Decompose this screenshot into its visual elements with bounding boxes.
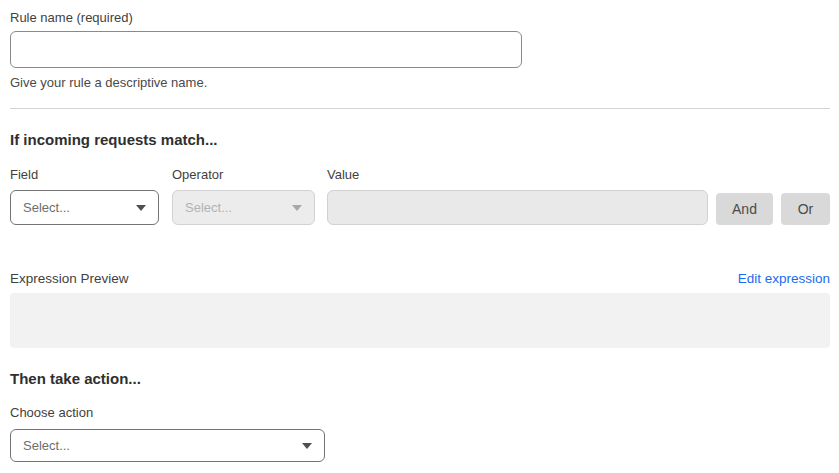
operator-label: Operator [172, 167, 315, 182]
rule-name-label: Rule name (required) [10, 10, 830, 25]
expression-preview-label: Expression Preview [10, 271, 129, 286]
action-section-heading: Then take action... [10, 370, 830, 388]
operator-select: Select... [172, 190, 315, 225]
field-label: Field [10, 167, 159, 182]
operator-select-value: Select... [185, 200, 232, 215]
expression-preview-header: Expression Preview Edit expression [10, 271, 830, 286]
rule-name-help-text: Give your rule a descriptive name. [10, 75, 830, 90]
rule-name-input[interactable] [10, 31, 522, 68]
field-select-value: Select... [23, 200, 70, 215]
section-divider [10, 108, 830, 109]
or-button[interactable]: Or [781, 193, 830, 225]
value-input [327, 190, 708, 225]
expression-builder-row: Field Select... Operator Select... Value… [10, 167, 830, 225]
rule-form: Rule name (required) Give your rule a de… [0, 0, 839, 462]
field-select[interactable]: Select... [10, 190, 159, 225]
expression-preview-box [10, 293, 830, 348]
choose-action-label: Choose action [10, 405, 830, 420]
chevron-down-icon [302, 443, 312, 449]
value-label: Value [327, 167, 708, 182]
chevron-down-icon [292, 205, 302, 211]
and-button[interactable]: And [716, 193, 773, 225]
match-section-heading: If incoming requests match... [10, 131, 830, 149]
chevron-down-icon [136, 205, 146, 211]
choose-action-select[interactable]: Select... [10, 429, 325, 462]
choose-action-select-value: Select... [23, 438, 70, 453]
edit-expression-link[interactable]: Edit expression [738, 271, 830, 286]
